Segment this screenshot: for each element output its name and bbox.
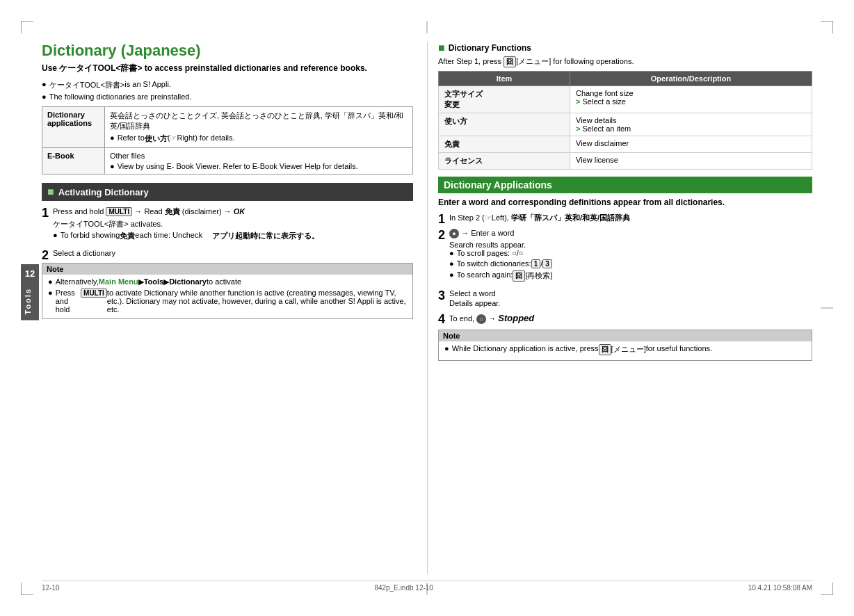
note-bullet-2: Press and hold MULTI to activate Diction… [48, 289, 407, 314]
func-item-license: ライセンス [439, 153, 570, 170]
func-row-disclaimer: 免責 View disclaimer [439, 136, 812, 153]
func-item-fontsize: 文字サイズ変更 [439, 86, 570, 113]
note-body: Alternatively, Main Menu ▶ Tools ▶ Dicti… [42, 275, 412, 318]
func-desc-license: View license [570, 153, 812, 170]
table-label-ebook: E-Book [42, 148, 105, 175]
da-step-1: 1 In Step 2 (☞Left), 学研「辞スパ」英和/和英/国語辞典 [438, 213, 812, 223]
corner-mark-br [821, 583, 833, 595]
side-tab-number: 12 [21, 264, 39, 282]
func-item-details: 使い方 [439, 113, 570, 136]
right-center-mark [821, 308, 833, 309]
circle-btn-4: ○ [476, 314, 486, 324]
da-step-3-sub: Details appear. [449, 299, 812, 307]
da-step-3-content: Select a word Details appear. [449, 289, 812, 307]
bullet-1: ケータイTOOL<辞書> is an S! Appli. [42, 80, 413, 90]
func-desc-details: View details > Select an item [570, 113, 812, 136]
da-step-2-bullet-3: To search again: 囧[再検索] [449, 270, 812, 282]
table-content-dict: 英会話とっさのひとことクイズ, 英会話とっさのひとこと辞典, 学研「辞スパ」英和… [105, 107, 413, 148]
func-row-license: ライセンス View license [439, 153, 812, 170]
dict-functions-section: ■ Dictionary Functions After Step 1, pre… [438, 42, 812, 170]
multi-key-2: MULTI [81, 289, 107, 298]
da-step-1-content: In Step 2 (☞Left), 学研「辞スパ」英和/和英/国語辞典 [449, 213, 812, 223]
da-step-2-content: ● → Enter a word Search results appear. … [449, 229, 812, 284]
info-table: Dictionaryapplications 英会話とっさのひとことクイズ, 英… [42, 106, 413, 175]
menu-key-1: 囧 [503, 56, 516, 67]
menu-key-3: 囧 [599, 344, 611, 355]
activating-note: Note Alternatively, Main Menu ▶ Tools ▶ … [42, 263, 413, 319]
step-num-2: 2 [42, 249, 49, 261]
dict-functions-title: Dictionary Functions [449, 43, 531, 53]
footer-file: 842p_E.indb 12-10 [374, 584, 433, 592]
table-label-dict: Dictionaryapplications [42, 107, 105, 148]
da-note-bullet: While Dictionary application is active, … [444, 344, 806, 355]
corner-mark-tl [21, 21, 33, 33]
da-step-num-1: 1 [438, 213, 445, 225]
step-1-content: Press and hold MULTI → Read 免責 (disclaim… [53, 206, 413, 243]
da-note: Note While Dictionary application is act… [438, 330, 812, 361]
da-step-2-sub: Search results appear. [449, 241, 812, 249]
da-step-num-3: 3 [438, 289, 445, 302]
table-row-dict: Dictionaryapplications 英会話とっさのひとことクイズ, 英… [42, 107, 413, 148]
step-num-1: 1 [42, 206, 49, 219]
top-center-mark [427, 21, 428, 33]
func-table-col-desc: Operation/Description [570, 72, 812, 86]
table-content-ebook: Other files View by using E- Book Viewer… [105, 148, 413, 175]
step-1-sub2: To forbid showing 免責 each time: Uncheck … [53, 231, 413, 241]
da-step-2-bullet-2: To switch dictionaries: 1/3 [449, 259, 812, 268]
da-step-4: 4 To end, ○ → Stopped [438, 313, 812, 324]
da-step-4-content: To end, ○ → Stopped [449, 313, 812, 324]
da-note-header: Note [439, 330, 812, 341]
da-step-2-bullet-1: To scroll pages: ○/○ [449, 249, 812, 257]
step-1-sub: ケータイTOOL<辞書> activates. [53, 219, 413, 229]
func-desc-fontsize: Change font size > Select a size [570, 86, 812, 113]
func-row-details: 使い方 View details > Select an item [439, 113, 812, 136]
table-row-ebook: E-Book Other files View by using E- Book… [42, 148, 413, 175]
da-step-num-4: 4 [438, 313, 445, 325]
footer-date: 10.4.21 10:58:08 AM [748, 584, 812, 592]
left-column: Dictionary (Japanese) Use ケータイTOOL<辞書> t… [42, 42, 427, 574]
da-step-num-2: 2 [438, 229, 445, 241]
activate-step-2: 2 Select a dictionary [42, 249, 413, 257]
dict-apps-intro: Enter a word and corresponding definitio… [438, 197, 812, 207]
main-content: Dictionary (Japanese) Use ケータイTOOL<辞書> t… [42, 42, 812, 574]
key-1: 1 [531, 259, 541, 268]
da-note-body: While Dictionary application is active, … [439, 341, 812, 360]
right-column: ■ Dictionary Functions After Step 1, pre… [427, 42, 812, 574]
footer: 12-10 842p_E.indb 12-10 10.4.21 10:58:08… [42, 581, 812, 592]
da-step-2: 2 ● → Enter a word Search results appear… [438, 229, 812, 284]
func-item-disclaimer: 免責 [439, 136, 570, 153]
menu-key-2: 囧 [513, 270, 525, 282]
dict-functions-pre: After Step 1, press 囧[メニュー] for followin… [438, 56, 812, 67]
func-table-header: Item Operation/Description [439, 72, 812, 86]
page-title: Dictionary (Japanese) [42, 42, 413, 60]
multi-key: MULTI [106, 207, 132, 216]
dict-functions-header-row: ■ Dictionary Functions [438, 42, 812, 54]
side-tab-container: 12 Tools [21, 264, 39, 321]
note-bullet-1: Alternatively, Main Menu ▶ Tools ▶ Dicti… [48, 277, 407, 286]
activating-header: ■ Activating Dictionary [42, 183, 413, 201]
activate-step-1: 1 Press and hold MULTI → Read 免責 (discla… [42, 206, 413, 243]
step-2-content: Select a dictionary [53, 249, 413, 257]
corner-mark-bl [21, 583, 33, 595]
bullet-2: The following dictionaries are preinstal… [42, 92, 413, 101]
dict-sub-bullet: Refer to 使い方 (☞Right) for details. [110, 133, 408, 144]
func-desc-disclaimer: View disclaimer [570, 136, 812, 153]
note-header: Note [42, 264, 412, 275]
func-row-fontsize: 文字サイズ変更 Change font size > Select a size [439, 86, 812, 113]
func-table-col-item: Item [439, 72, 570, 86]
side-tab-label: Tools [21, 282, 39, 321]
key-3: 3 [542, 259, 552, 268]
func-table: Item Operation/Description 文字サイズ変更 Chang… [438, 71, 812, 170]
dict-apps-header: Dictionary Applications [438, 177, 812, 193]
footer-page-number: 12-10 [42, 584, 60, 592]
circle-btn-2: ● [449, 229, 459, 238]
ebook-sub-bullet: View by using E- Book Viewer. Refer to E… [110, 162, 408, 170]
da-step-3: 3 Select a word Details appear. [438, 289, 812, 307]
subtitle: Use ケータイTOOL<辞書> to access preinstalled … [42, 63, 413, 74]
corner-mark-tr [821, 21, 833, 33]
